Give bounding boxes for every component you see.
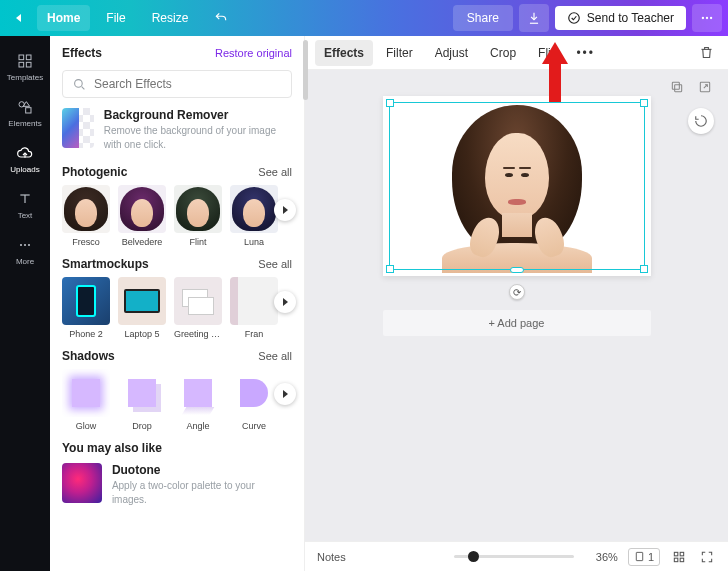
rail-more-label: More [0,257,50,266]
panel-scrollbar[interactable] [303,40,308,100]
rail-more[interactable]: More [0,228,50,274]
panel-title: Effects [62,46,102,60]
download-icon [527,11,541,25]
fullscreen-button[interactable] [698,548,716,566]
home-button[interactable]: Home [37,5,90,31]
svg-point-10 [20,244,22,246]
mockup-laptop[interactable]: Laptop 5 [118,277,166,339]
canvas-stage[interactable]: ⟳ + Add page [305,70,728,541]
more-icon [17,237,33,253]
rail-uploads[interactable]: Uploads [0,136,50,182]
download-button[interactable] [519,4,549,32]
smartmockups-next[interactable] [274,291,296,313]
reset-rotation-button[interactable] [688,108,714,134]
rotate-handle[interactable]: ⟳ [509,284,525,300]
tab-crop[interactable]: Crop [481,40,525,66]
rotate-icon [694,114,708,128]
tab-filter[interactable]: Filter [377,40,422,66]
shadows-next[interactable] [274,383,296,405]
shadow-glow[interactable]: Glow [62,369,110,431]
send-to-teacher-button[interactable]: Send to Teacher [555,6,686,30]
open-icon [698,80,712,94]
shadow-angle[interactable]: Angle [174,369,222,431]
tab-effects[interactable]: Effects [315,40,373,66]
photogenic-next[interactable] [274,199,296,221]
selection-box[interactable] [389,102,645,270]
duotone-effect[interactable]: Duotone Apply a two-color palette to you… [62,463,292,506]
page-indicator[interactable]: 1 [628,548,660,566]
tab-adjust[interactable]: Adjust [426,40,477,66]
handle-top-right[interactable] [640,99,648,107]
rail-elements[interactable]: Elements [0,90,50,136]
resize-button[interactable]: Resize [142,5,199,31]
mockup-phone[interactable]: Phone 2 [62,277,110,339]
share-button[interactable]: Share [453,5,513,31]
shadow-curve[interactable]: Curve [230,369,278,431]
search-effects-input[interactable] [94,77,281,91]
handle-bottom-right[interactable] [640,265,648,273]
handle-bottom-mid[interactable] [510,267,524,273]
undo-button[interactable] [204,5,238,31]
effect-luna[interactable]: Luna [230,185,278,247]
rail-uploads-label: Uploads [0,165,50,174]
handle-top-left[interactable] [386,99,394,107]
canvas-page[interactable]: ⟳ [383,96,651,276]
undo-icon [214,11,228,25]
svg-rect-9 [26,108,31,113]
effect-flint[interactable]: Flint [174,185,222,247]
delete-button[interactable] [694,41,718,65]
shadows-see-all[interactable]: See all [258,350,292,362]
handle-bottom-left[interactable] [386,265,394,273]
smartmockups-see-all[interactable]: See all [258,258,292,270]
svg-rect-6 [19,62,24,67]
templates-icon [17,53,33,69]
bottom-bar: Notes 36% 1 [305,541,728,571]
add-page-button[interactable]: + Add page [383,310,651,336]
grid-view-button[interactable] [670,548,688,566]
duplicate-icon [670,80,684,94]
shadows-title: Shadows [62,349,115,363]
effect-fresco[interactable]: Fresco [62,185,110,247]
tab-more[interactable]: ••• [570,40,601,66]
shadow-drop[interactable]: Drop [118,369,166,431]
text-icon [17,191,33,207]
top-bar: Home File Resize Share Send to Teacher [0,0,728,36]
svg-point-13 [75,79,83,87]
svg-rect-17 [636,552,642,560]
page-number: 1 [648,551,654,563]
svg-rect-15 [672,82,679,89]
photogenic-see-all[interactable]: See all [258,166,292,178]
elements-icon [17,99,33,115]
rail-text[interactable]: Text [0,182,50,228]
duotone-sub: Apply a two-color palette to your images… [112,479,292,506]
restore-original-link[interactable]: Restore original [215,47,292,59]
fullscreen-icon [700,550,714,564]
mockup-card[interactable]: Greeting car... [174,277,222,339]
search-icon [73,78,86,91]
mockup-frame[interactable]: Fran [230,277,278,339]
topbar-more-button[interactable] [692,4,722,32]
tab-flip[interactable]: Flip [529,40,566,66]
rail-elements-label: Elements [0,119,50,128]
rail-templates[interactable]: Templates [0,44,50,90]
notes-button[interactable]: Notes [317,551,346,563]
rail-templates-label: Templates [0,73,50,82]
zoom-value: 36% [584,551,618,563]
effect-belvedere[interactable]: Belvedere [118,185,166,247]
zoom-slider[interactable] [454,555,574,558]
zoom-thumb[interactable] [468,551,479,562]
background-remover[interactable]: Background Remover Remove the background… [62,108,292,151]
file-menu[interactable]: File [96,5,135,31]
back-button[interactable] [6,8,31,28]
open-page-button[interactable] [696,78,714,96]
search-effects[interactable] [62,70,292,98]
duotone-icon [62,463,102,503]
duplicate-page-button[interactable] [668,78,686,96]
send-to-teacher-label: Send to Teacher [587,11,674,25]
chevron-left-icon [16,14,21,22]
page-icon [634,551,645,562]
svg-rect-20 [674,558,678,562]
svg-point-12 [28,244,30,246]
svg-point-2 [706,17,708,19]
svg-point-0 [569,13,580,24]
